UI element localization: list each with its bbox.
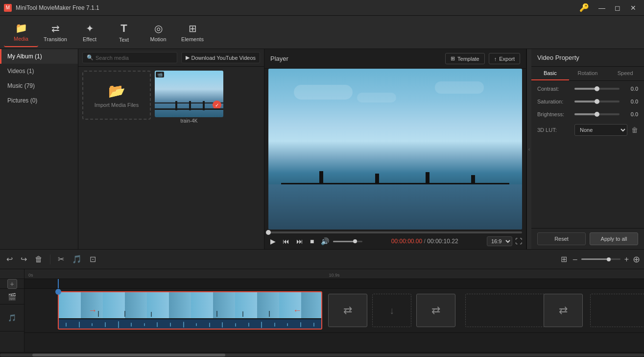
toolbar-text[interactable]: T Text [107,18,141,47]
close-button[interactable]: ✕ [626,3,640,13]
timeline-scrollbar[interactable] [0,352,644,357]
transition-slot-6[interactable] [590,294,644,327]
sidebar-item-myalbum[interactable]: My Album (1) [0,49,78,64]
saturation-row: Saturation: 0.0 [537,99,638,104]
import-media-button[interactable]: 📂 Import Media Files [82,71,151,120]
delete-button[interactable]: 🗑 [32,254,45,265]
toolbar-effect[interactable]: ✦ Effect [72,18,107,47]
undo-button[interactable]: ↩ [4,253,15,265]
zoom-slider[interactable] [581,258,620,260]
tab-basic[interactable]: Basic [531,67,569,80]
ruler-spacer [0,269,24,279]
clip-waveform [59,319,321,330]
lut-label: 3D LUT: [537,127,571,133]
play-button[interactable]: ▶ [268,236,278,246]
audio-button[interactable]: 🎵 [70,253,84,265]
title-bar: M MiniTool MovieMaker Free 7.1.1 🔑 — ◻ ✕ [0,0,644,16]
clip-name: train-4K [155,118,223,124]
zoom-thumb[interactable] [607,257,611,261]
motion-icon: ◎ [154,23,163,34]
panel-collapse-handle[interactable]: ‹ [526,49,531,249]
zoom-controls: ⊞ – + ⊕ [559,254,640,265]
waveform-bar [118,321,119,328]
volume-button[interactable]: 🔊 [319,236,331,246]
timeline-area: ↩ ↪ 🗑 ✂ 🎵 ⊡ ⊞ – + ⊕ [0,249,644,357]
add-track-label[interactable]: + [0,279,24,289]
clip-trim-left[interactable]: → [88,306,97,316]
media-clip-train-4k[interactable]: 📹 ✓ train-4K [155,71,223,120]
progress-bar[interactable] [268,231,522,233]
volume-slider[interactable] [333,241,362,242]
stop-button[interactable]: ■ [308,236,316,246]
app-wrapper: M MiniTool MovieMaker Free 7.1.1 🔑 — ◻ ✕… [0,0,644,357]
sidebar-item-pictures[interactable]: Pictures (0) [0,93,78,108]
video-clip[interactable]: 10.9s [58,291,322,330]
player-title: Player [270,55,288,62]
search-input[interactable]: 🔍 Search media [82,52,177,63]
sidebar-item-music[interactable]: Music (79) [0,78,78,93]
cut-button[interactable]: ✂ [55,253,67,265]
tracks-body: 10.9s [24,279,644,352]
volume-control: 🔊 [319,236,362,246]
export-icon: ↑ [494,56,497,62]
video-badge-icon: 📹 [157,72,163,77]
track-labels: + 🎬 🎵 [0,269,24,352]
toolbar-effect-label: Effect [83,36,96,42]
lut-delete-button[interactable]: 🗑 [631,126,638,134]
player-progress[interactable] [264,230,526,233]
transition-slot-2[interactable]: ↓ [372,294,411,327]
template-button[interactable]: ⊞ Template [445,53,485,64]
sidebar-item-videos[interactable]: Videos (1) [0,64,78,78]
contrast-slider[interactable] [574,88,620,90]
scrollbar-track[interactable] [0,354,644,357]
transition-slot-1[interactable]: ⇄ [328,294,367,327]
next-button[interactable]: ⏭ [294,236,305,246]
playhead[interactable] [58,279,59,288]
aspect-ratio-select[interactable]: 16:9 9:16 1:1 4:3 [487,236,512,246]
brightness-slider[interactable] [574,113,620,115]
toolbar-motion-label: Motion [150,36,166,42]
saturation-thumb[interactable] [595,99,599,104]
waveform-bar [313,323,314,327]
zoom-fit-button[interactable]: ⊞ [559,254,569,265]
add-media-button[interactable]: ⊕ [633,254,640,265]
waveform-bar [209,323,210,327]
ruler-time-mid: 10.9s [329,273,339,278]
media-panel: 🔍 Search media ▶ Download YouTube Videos… [78,49,264,249]
properties-title: Video Property [531,49,644,67]
lut-select[interactable]: None [574,124,627,136]
fullscreen-button[interactable]: ⛶ [515,237,522,245]
reset-button[interactable]: Reset [537,232,586,245]
tab-speed[interactable]: Speed [606,67,644,80]
toolbar-media[interactable]: 📁 Media [4,18,38,47]
saturation-slider[interactable] [574,101,620,102]
toolbar-motion[interactable]: ◎ Motion [141,18,175,47]
zoom-plus-button[interactable]: + [622,254,631,265]
media-toolbar: 🔍 Search media ▶ Download YouTube Videos [78,49,264,67]
redo-button[interactable]: ↪ [18,253,29,265]
scrollbar-thumb[interactable] [32,354,226,357]
sidebar: My Album (1) Videos (1) Music (79) Pictu… [0,49,78,249]
toolbar-transition[interactable]: ⇄ Transition [38,18,72,47]
export-button[interactable]: ↑ Export [489,53,520,64]
crop-button[interactable]: ⊡ [87,253,98,265]
zoom-minus-button[interactable]: – [571,254,579,265]
waveform-bar [170,323,171,327]
brightness-thumb[interactable] [595,112,599,117]
transition-slot-3[interactable]: ⇄ [416,294,455,327]
download-youtube-button[interactable]: ▶ Download YouTube Videos [181,52,261,63]
volume-thumb[interactable] [353,239,357,243]
tab-rotation[interactable]: Rotation [569,67,607,80]
toolbar-elements[interactable]: ⊞ Elements [175,18,210,47]
main-toolbar: 📁 Media ⇄ Transition ✦ Effect T Text ◎ M… [0,16,644,49]
transition-slot-5[interactable]: ⇄ [544,294,583,327]
minimize-button[interactable]: — [595,3,609,13]
restore-button[interactable]: ◻ [611,3,624,13]
prev-button[interactable]: ⏮ [281,236,291,246]
apply-to-all-button[interactable]: Apply to all [590,232,638,245]
contrast-thumb[interactable] [595,86,599,91]
waveform-bar [105,322,106,327]
clip-trim-right[interactable]: ← [293,306,302,316]
add-track-button[interactable]: + [7,279,17,289]
progress-thumb[interactable] [266,230,271,235]
